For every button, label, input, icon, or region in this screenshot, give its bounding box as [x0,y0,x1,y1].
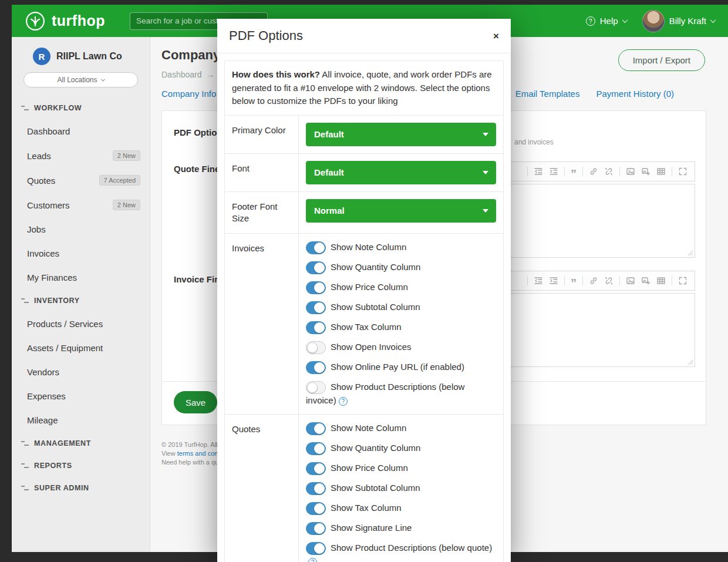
toggle-show-open-invoices[interactable] [306,341,326,354]
toggle-label: Show Quantity Column [331,443,420,453]
toolbar-divider [564,276,565,285]
user-avatar[interactable] [642,10,665,32]
sidebar-item-my-finances[interactable]: My Finances [12,265,150,290]
toggle-show-online-pay-url[interactable] [306,361,326,374]
toggle-knob [307,382,318,393]
sidebar-section-inventory[interactable]: INVENTORY [12,290,150,312]
toggle-row: Show Price Column [306,281,496,294]
fullscreen-icon[interactable] [678,167,687,176]
link-icon[interactable] [589,167,598,176]
resize-handle-icon[interactable] [687,359,693,365]
unlink-icon[interactable] [604,276,614,285]
image-add-icon[interactable] [641,167,651,176]
image-icon[interactable] [626,276,635,285]
tab-email-templates[interactable]: Email Templates [515,89,580,99]
tab-company-info[interactable]: Company Info [161,89,216,99]
toggle-show-signature-line[interactable] [306,522,326,535]
brand-name: turfhop [52,12,105,29]
toggle-show-note-column[interactable] [306,422,326,435]
toggle-show-subtotal-column[interactable] [306,482,326,495]
table-icon[interactable] [656,276,666,285]
import-export-button[interactable]: Import / Export [618,49,705,71]
toggle-show-quantity-column[interactable] [306,261,326,274]
link-icon[interactable] [589,276,598,285]
help-icon[interactable]: ? [308,558,317,562]
toggle-show-price-column[interactable] [306,462,326,475]
quotes-badge: 7 Accepted [99,175,140,186]
toggle-show-tax-column[interactable] [306,321,326,334]
primary-color-select[interactable]: Default [306,123,496,146]
toggle-label: Show Open Invoices [331,342,412,352]
table-icon[interactable] [656,167,666,176]
resize-handle-icon[interactable] [687,250,693,255]
sidebar-section-reports[interactable]: REPORTS [12,455,150,477]
toggle-label: Show Product Descriptions (below invoice… [306,382,464,405]
section-icon [21,298,29,304]
outdent-icon[interactable] [534,276,543,285]
toggle-show-product-descriptions-quote[interactable] [306,542,326,555]
toggle-knob [314,483,325,494]
indent-icon[interactable] [549,276,558,285]
image-add-icon[interactable] [641,276,651,285]
blockquote-icon[interactable]: ” [571,275,577,286]
sidebar-section-super-admin[interactable]: SUPER ADMIN [12,477,150,499]
invoices-toggle-group: Show Note Column Show Quantity Column Sh… [299,234,504,415]
toggle-show-note-column[interactable] [306,241,326,254]
outdent-icon[interactable] [534,167,543,176]
sidebar-item-assets-equipment[interactable]: Assets / Equipment [12,336,150,360]
unlink-icon[interactable] [604,167,614,176]
toggle-show-quantity-column[interactable] [306,442,326,455]
terms-link[interactable]: terms and cond [177,450,222,457]
sidebar-item-quotes[interactable]: Quotes7 Accepted [12,168,150,193]
sidebar-item-vendors[interactable]: Vendors [12,360,150,384]
invoices-group-label: Invoices [225,234,299,415]
location-selector[interactable]: All Locations [23,72,138,88]
sidebar-item-leads[interactable]: Leads2 New [12,143,150,168]
toggle-knob [314,523,325,534]
sidebar-item-mileage[interactable]: Mileage [12,408,150,432]
breadcrumb-dashboard[interactable]: Dashboard [161,70,202,79]
toggle-show-subtotal-column[interactable] [306,301,326,314]
blockquote-icon[interactable]: ” [571,166,577,177]
sidebar-section-workflow[interactable]: WORKFLOW [12,97,150,119]
toggle-label: Show Subtotal Column [331,483,420,493]
sidebar-item-products-services[interactable]: Products / Services [12,312,150,336]
sidebar-item-customers[interactable]: Customers2 New [12,193,150,217]
sidebar-nav: WORKFLOW Dashboard Leads2 New Quotes7 Ac… [12,97,150,499]
toggle-show-price-column[interactable] [306,281,326,294]
caret-down-icon [483,209,488,213]
help-menu[interactable]: ? Help [586,16,627,26]
company-name: RIIPL Lawn Co [56,51,122,62]
toggle-show-product-descriptions-invoice[interactable] [306,381,326,394]
modal-header: PDF Options × [217,19,511,53]
tab-payment-history[interactable]: Payment History (0) [596,89,674,99]
image-icon[interactable] [626,167,635,176]
chevron-down-icon [622,17,628,23]
sidebar-item-expenses[interactable]: Expenses [12,384,150,408]
toggle-label: Show Tax Column [331,322,402,332]
indent-icon[interactable] [549,167,558,176]
toggle-knob [314,463,325,474]
customers-badge: 2 New [113,200,140,210]
font-select[interactable]: Default [306,161,496,184]
section-label: SUPER ADMIN [34,484,89,492]
sidebar-item-jobs[interactable]: Jobs [12,217,150,241]
footer-font-size-select[interactable]: Normal [306,199,496,223]
sidebar-item-invoices[interactable]: Invoices [12,241,150,265]
sidebar-item-label: Leads [27,151,51,161]
toggle-row: Show Quantity Column [306,442,496,455]
fullscreen-icon[interactable] [678,276,687,285]
footer-terms-prefix: View [161,450,177,457]
user-menu[interactable]: Billy Kraft [642,10,715,32]
sidebar-section-management[interactable]: MANAGEMENT [12,432,150,455]
section-label: MANAGEMENT [34,439,91,447]
section-icon [21,463,29,469]
toggle-label: Show Product Descriptions (below quote) [331,543,492,553]
toggle-show-tax-column[interactable] [306,502,326,515]
close-icon[interactable]: × [493,31,499,41]
save-button[interactable]: Save [174,391,217,413]
sidebar-item-dashboard[interactable]: Dashboard [12,119,150,143]
help-icon[interactable]: ? [339,397,348,406]
quotes-group-label: Quotes [225,415,299,562]
brand-logo[interactable]: turfhop [25,11,105,32]
